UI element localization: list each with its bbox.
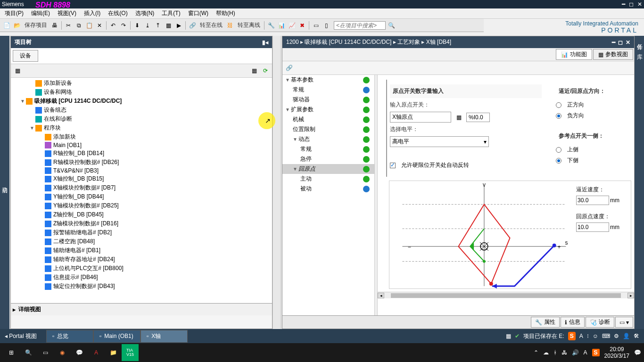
tray-onedrive-icon[interactable]: ☁ (543, 349, 549, 356)
status-tab[interactable]: ▫Main (OB1) (93, 330, 140, 343)
tab-diagnostics[interactable]: 🩺诊断 (586, 317, 614, 328)
save-button[interactable]: 保存项目 (23, 21, 49, 29)
taskbar-clock[interactable]: 20:092020/3/17 (604, 346, 629, 360)
tray-sogou-icon[interactable]: S (592, 349, 600, 356)
param-item[interactable]: ▼基本参数 (282, 75, 374, 85)
new-project-icon[interactable]: 📄 (2, 21, 11, 30)
tray-gear-icon[interactable]: ⚙ (614, 333, 619, 339)
menu-edit[interactable]: 编辑(E) (28, 8, 53, 18)
menu-help[interactable]: 帮助(H) (213, 8, 238, 18)
tree-item[interactable]: R轴控制_DB [DB14] (11, 149, 272, 158)
notifications-icon[interactable]: 💬 (634, 349, 641, 356)
tool2-icon[interactable]: 📊 (277, 21, 286, 30)
taskview-icon[interactable]: ▭ (37, 344, 54, 361)
tree-item[interactable]: R轴模块控制数据# [DB26] (11, 158, 272, 167)
form-hscroll[interactable]: ◂▸ (378, 292, 634, 298)
tree-refresh-icon[interactable]: ⟳ (261, 66, 270, 75)
portal-view-button[interactable]: ◂ Portal 视图 (5, 332, 37, 340)
menu-online[interactable]: 在线(O) (105, 8, 130, 18)
connect-icon[interactable]: 🔗 (188, 21, 197, 30)
tree-item[interactable]: Main [OB1] (11, 141, 272, 149)
tab-function-view[interactable]: 📊功能图 (556, 49, 592, 60)
tray-kbd-icon[interactable]: ⌨ (602, 333, 610, 339)
menu-view[interactable]: 视图(V) (55, 8, 79, 18)
tree-item[interactable]: 信息提示# [DB46] (11, 273, 272, 282)
tree-item[interactable]: 二楼空跑 [DB48] (11, 237, 272, 246)
auto-reverse-checkbox[interactable] (390, 163, 396, 168)
param-item[interactable]: 位置限制 (282, 124, 374, 134)
home-speed-input[interactable] (576, 222, 609, 232)
level-select[interactable]: 高电平▾ (390, 136, 489, 147)
tab-properties[interactable]: 🔧属性 (531, 317, 560, 328)
origin-addr[interactable]: %I0.0 (466, 113, 490, 122)
tray-net-icon[interactable]: 🖧 (561, 349, 567, 356)
tool3-icon[interactable]: 📈 (287, 21, 297, 30)
tree-item[interactable]: ▼程序块 (11, 123, 272, 132)
editor-max-icon[interactable]: ◻ (618, 39, 623, 46)
search-taskbar-icon[interactable]: 🔍 (20, 344, 37, 361)
close-icon[interactable]: ✕ (637, 1, 642, 8)
ref-up-radio[interactable] (556, 147, 561, 153)
menu-options[interactable]: 选项(N) (132, 8, 157, 18)
tray-bt-icon[interactable]: ᚼ (553, 349, 557, 356)
param-item[interactable]: ▼回原点 (282, 164, 374, 174)
param-item[interactable]: ▼动态 (282, 134, 374, 144)
tia-taskbar-icon[interactable]: TIAV15 (122, 344, 139, 361)
tab-more[interactable]: ▭ ▾ (615, 317, 633, 328)
tab-param-view[interactable]: ▦参数视图 (593, 49, 633, 60)
tray-user-icon[interactable]: 👤 (623, 333, 630, 339)
go-offline-button[interactable]: 转至离线 (236, 21, 262, 29)
tree-item[interactable]: ▼吸掉移栽 [CPU 1214C DC/DC/DC] (11, 97, 272, 106)
cut-icon[interactable]: ✂ (64, 21, 73, 30)
disconnect-icon[interactable]: ⛓ (225, 21, 235, 30)
param-item[interactable]: 驱动器 (282, 95, 374, 105)
autocad-icon[interactable]: A (88, 344, 105, 361)
sidebar-start[interactable]: 启动 (0, 36, 9, 329)
menu-insert[interactable]: 插入(I) (81, 8, 103, 18)
explorer-icon[interactable]: 📁 (105, 344, 122, 361)
tray-up-icon[interactable]: ⌃ (534, 349, 538, 356)
search-icon[interactable]: 🔍 (387, 21, 396, 30)
origin-picker-icon[interactable]: ▦ (454, 113, 463, 122)
menu-project[interactable]: 项目(P) (2, 8, 26, 18)
tree-item[interactable]: 设备组态 (11, 106, 272, 115)
tray-dot-icon[interactable]: ⁝ (587, 333, 589, 339)
copy-icon[interactable]: ⧉ (74, 21, 83, 30)
param-item[interactable]: 常规 (282, 144, 374, 154)
tree-item[interactable]: Z轴控制_DB [DB45] (11, 210, 272, 219)
tray-lang-icon[interactable]: A (584, 349, 587, 356)
project-tree[interactable]: 添加新设备设备和网络▼吸掉移栽 [CPU 1214C DC/DC/DC]设备组态… (11, 78, 272, 303)
tree-item[interactable]: Y轴模块控制数据# [DB25] (11, 201, 272, 210)
download-icon[interactable]: ⤓ (143, 21, 152, 30)
tree-item[interactable]: 添加新块 (11, 132, 272, 141)
search-input[interactable] (334, 21, 386, 30)
menu-tools[interactable]: 工具(T) (159, 8, 183, 18)
tree-item[interactable]: 报警辅助继电器# [DB2] (11, 228, 272, 237)
status-tab[interactable]: ▫总览 (46, 330, 93, 343)
split1-icon[interactable]: ▭ (311, 21, 321, 30)
tree-item[interactable]: Z轴模块控制数据# [DB16] (11, 219, 272, 228)
tree-item[interactable]: X轴模块控制数据# [DB7] (11, 183, 272, 192)
ref-down-radio[interactable] (556, 158, 561, 164)
paste-icon[interactable]: 📋 (84, 21, 94, 30)
chrome-icon[interactable]: ◉ (54, 344, 71, 361)
print-icon[interactable]: 🖶 (50, 21, 59, 30)
tree-item[interactable]: 设备和网络 (11, 88, 272, 97)
status-tab[interactable]: ▫X轴 (140, 330, 188, 343)
minimize-icon[interactable]: ━ (622, 1, 625, 8)
split2-icon[interactable]: ▯ (322, 21, 331, 30)
tree-item[interactable]: T&V&P&N# [DB3] (11, 167, 272, 174)
sim-icon[interactable]: ▦ (164, 21, 173, 30)
editor-close-icon[interactable]: ✕ (626, 39, 630, 46)
compile-icon[interactable]: ⬇ (132, 21, 142, 30)
editor-min-icon[interactable]: ━ (612, 39, 615, 46)
tool1-icon[interactable]: 🔧 (266, 21, 276, 30)
upload-icon[interactable]: ⤒ (153, 21, 163, 30)
tree-item[interactable]: 添加新设备 (11, 79, 272, 88)
tray-a-icon[interactable]: A (579, 333, 583, 339)
tree-item[interactable]: 在线和诊断 (11, 115, 272, 123)
param-item[interactable]: 常规 (282, 85, 374, 95)
start-icon[interactable]: ▶ (174, 21, 183, 30)
menu-window[interactable]: 窗口(W) (185, 8, 211, 18)
tree-tool1-icon[interactable]: ▦ (13, 66, 22, 75)
